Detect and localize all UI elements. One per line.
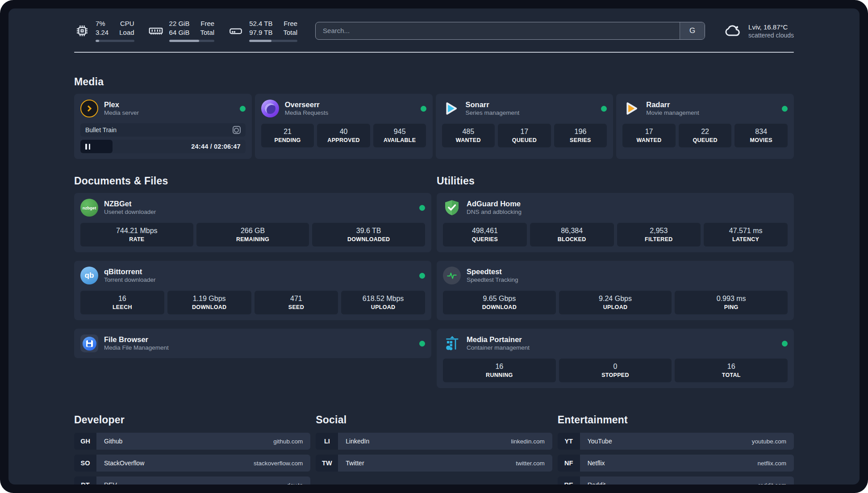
window-frame: 7% 3.24 CPU Load <box>0 0 868 493</box>
adguard-icon <box>443 199 461 217</box>
cpu-load-value: 3.24 <box>96 28 108 37</box>
bookmark-twitter[interactable]: TW Twitter twitter.com <box>316 455 552 472</box>
now-playing-row: Bullet Train <box>80 123 246 137</box>
disk-free-value: 52.4 TB <box>249 19 272 28</box>
pause-icon[interactable] <box>85 144 90 150</box>
disk-progress-fill <box>249 40 271 42</box>
speedtest-icon <box>443 267 461 284</box>
status-dot <box>419 341 425 347</box>
bookmark-abbr: NF <box>558 455 580 472</box>
service-card-radarr[interactable]: Radarr Movie management 17 WANTED 22 QUE… <box>616 94 794 159</box>
bookmark-url: linkedin.com <box>511 438 545 445</box>
playback-progress-bar: 24:44 / 02:06:47 <box>80 140 246 153</box>
service-description: DNS and adblocking <box>467 208 522 216</box>
stat-tile: 16 LEECH <box>80 291 164 314</box>
nzbget-icon: nzbget <box>80 199 98 217</box>
section-utilities: Utilities AdGu <box>437 175 794 388</box>
bookmark-github[interactable]: GH Github github.com <box>74 433 310 450</box>
section-title-documents: Documents & Files <box>74 175 431 187</box>
memory-free-value: 22 GiB <box>169 19 190 28</box>
header-divider <box>74 52 794 53</box>
disk-free-label: Free <box>284 19 297 28</box>
stat-tile: 834 MOVIES <box>734 124 788 147</box>
bookmark-name: StackOverflow <box>104 460 144 467</box>
weather-location: Lviv, 16.87°C <box>748 22 794 32</box>
stat-tile: 485 WANTED <box>442 124 495 147</box>
service-name: Plex <box>104 100 139 109</box>
bookmark-name: Netflix <box>588 460 605 467</box>
service-name: qBittorrent <box>104 267 156 276</box>
search-input[interactable] <box>316 22 680 39</box>
stat-tile: 21 PENDING <box>261 124 314 147</box>
memory-widget: 22 GiB 64 GiB Free Total <box>148 19 215 42</box>
stat-tile: 16 TOTAL <box>675 359 788 382</box>
bookmark-abbr: SO <box>74 455 96 472</box>
bookmark-dev[interactable]: DT DEV dev.to <box>74 476 310 485</box>
stat-tile: 40 APPROVED <box>317 124 370 147</box>
service-description: Media server <box>104 109 139 117</box>
stat-tile: 17 WANTED <box>622 124 676 147</box>
memory-progress-fill <box>169 40 199 42</box>
bookmark-stackoverflow[interactable]: SO StackOverflow stackoverflow.com <box>74 455 310 472</box>
service-description: Media File Management <box>104 344 169 352</box>
status-dot <box>601 106 607 112</box>
service-card-speedtest[interactable]: Speedtest Speedtest Tracking 9.65 Gbps D… <box>437 261 794 320</box>
section-title-social: Social <box>316 414 552 426</box>
service-card-adguard[interactable]: AdGuard Home DNS and adblocking 498,461 … <box>437 193 794 252</box>
bookmark-linkedin[interactable]: LI LinkedIn linkedin.com <box>316 433 552 450</box>
service-card-plex[interactable]: Plex Media server Bullet Train 24:44 / <box>74 94 252 159</box>
bookmark-url: github.com <box>273 438 303 445</box>
plex-icon <box>80 100 98 117</box>
service-card-filebrowser[interactable]: File Browser Media File Management <box>74 329 431 358</box>
bookmark-abbr: YT <box>558 433 580 450</box>
bookmark-youtube[interactable]: YT YouTube youtube.com <box>558 433 794 450</box>
overseerr-icon <box>261 100 279 117</box>
disk-total-label: Total <box>283 28 297 37</box>
stat-tile: 9.65 Gbps DOWNLOAD <box>443 291 556 314</box>
system-stats: 7% 3.24 CPU Load <box>74 19 297 42</box>
cpu-load-label: Load <box>119 28 134 37</box>
stat-tile: 22 QUEUED <box>679 124 732 147</box>
service-name: File Browser <box>104 335 169 344</box>
service-name: Speedtest <box>467 267 518 276</box>
search-provider-button[interactable]: G <box>680 22 705 39</box>
service-name: Overseerr <box>285 100 329 109</box>
service-name: Radarr <box>646 100 699 109</box>
section-media: Media Plex Media server Bullet <box>74 76 794 159</box>
service-name: AdGuard Home <box>467 199 522 208</box>
memory-total-value: 64 GiB <box>169 28 190 37</box>
status-dot <box>419 273 425 279</box>
stat-tile: 9.24 Gbps UPLOAD <box>559 291 672 314</box>
section-title-media: Media <box>74 76 794 88</box>
bookmarks-entertainment: Entertainment YT YouTube youtube.com NF … <box>558 414 794 485</box>
bookmark-netflix[interactable]: NF Netflix netflix.com <box>558 455 794 472</box>
stat-tile: 945 AVAILABLE <box>373 124 426 147</box>
bookmark-abbr: LI <box>316 433 338 450</box>
bookmark-name: Reddit <box>588 481 605 485</box>
cpu-icon <box>74 23 90 39</box>
qbittorrent-icon: qb <box>80 267 98 284</box>
stat-tile: 471 SEED <box>255 291 338 314</box>
bookmark-name: Github <box>104 438 122 445</box>
status-dot <box>782 106 788 112</box>
stat-tile: 2,953 FILTERED <box>617 223 701 246</box>
service-description: Usenet downloader <box>104 208 156 216</box>
gear-icon[interactable] <box>233 126 241 134</box>
bookmark-name: YouTube <box>588 438 612 445</box>
stat-tile: 1.19 Gbps DOWNLOAD <box>167 291 251 314</box>
service-card-portainer[interactable]: Media Portainer Container management 16 … <box>437 329 794 388</box>
bookmark-name: DEV <box>104 481 117 485</box>
service-description: Torrent downloader <box>104 276 156 284</box>
service-card-overseerr[interactable]: Overseerr Media Requests 21 PENDING 40 A… <box>255 94 433 159</box>
cloud-icon <box>723 22 743 40</box>
service-name: Sonarr <box>466 100 520 109</box>
bookmark-url: youtube.com <box>752 438 786 445</box>
bookmark-reddit[interactable]: RE Reddit reddit.com <box>558 476 794 485</box>
section-title-developer: Developer <box>74 414 310 426</box>
service-card-nzbget[interactable]: nzbget NZBGet Usenet downloader 744.21 M… <box>74 193 431 252</box>
service-card-sonarr[interactable]: Sonarr Series management 485 WANTED 17 Q… <box>436 94 613 159</box>
service-card-qbittorrent[interactable]: qb qBittorrent Torrent downloader 16 LEE… <box>74 261 431 320</box>
stat-tile: 47.571 ms LATENCY <box>704 223 788 246</box>
service-description: Media Requests <box>285 109 329 117</box>
stat-tile: 0.993 ms PING <box>675 291 788 314</box>
